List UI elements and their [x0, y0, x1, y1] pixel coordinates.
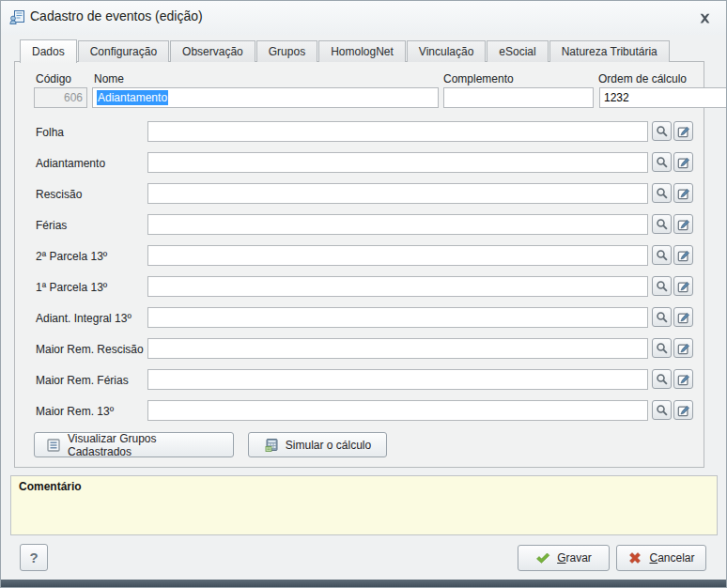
app-icon — [9, 9, 25, 25]
check-icon — [535, 550, 550, 565]
search-button[interactable] — [652, 400, 672, 420]
lookup-input-maior-rem-13[interactable] — [147, 400, 648, 421]
lookup-label: Folha — [36, 126, 64, 139]
comentario-box[interactable]: Comentário — [10, 475, 718, 535]
dialog-title: Cadastro de eventos (edição) — [30, 8, 203, 23]
tab-label: Observação — [182, 45, 243, 58]
tab-label: Natureza Tributária — [562, 45, 657, 58]
lookup-input-2a-parcela-13[interactable] — [147, 245, 648, 266]
search-button[interactable] — [652, 307, 672, 327]
tab-label: Grupos — [269, 45, 305, 58]
tab-configuracao[interactable]: Configuração — [78, 40, 169, 62]
tab-natureza-tributaria[interactable]: Natureza Tributária — [549, 40, 670, 62]
edit-button[interactable] — [673, 183, 693, 203]
help-button[interactable]: ? — [20, 544, 48, 571]
edit-button[interactable] — [673, 307, 693, 327]
edit-button[interactable] — [673, 369, 693, 389]
lookup-input-ferias[interactable] — [147, 214, 648, 235]
nome-input[interactable]: Adiantamento — [92, 87, 439, 108]
tab-label: Configuração — [90, 45, 157, 58]
lookup-label: Adiant. Integral 13º — [36, 312, 131, 325]
lookup-label: Maior Rem. Férias — [36, 374, 129, 387]
lookup-label: Rescisão — [36, 188, 82, 201]
lookup-input-adiantamento[interactable] — [147, 152, 648, 173]
edit-button[interactable] — [673, 400, 693, 420]
complemento-label: Complemento — [443, 72, 514, 85]
cancelar-button[interactable]: Cancelar — [616, 545, 706, 571]
simular-calculo-label: Simular o cálculo — [286, 439, 371, 452]
comentario-label: Comentário — [19, 480, 709, 493]
ordem-input[interactable] — [599, 87, 727, 108]
list-icon — [46, 438, 61, 453]
tab-observacao[interactable]: Observação — [170, 40, 255, 62]
tab-label: Dados — [32, 45, 65, 58]
nome-label: Nome — [94, 72, 124, 85]
cancelar-label: Cancelar — [649, 551, 694, 565]
tab-label: eSocial — [499, 45, 535, 58]
edit-button[interactable] — [673, 276, 693, 296]
tab-homolognet[interactable]: HomologNet — [318, 40, 406, 62]
tab-dados[interactable]: Dados — [20, 39, 77, 63]
lookup-input-maior-rem-ferias[interactable] — [147, 369, 648, 390]
lookup-input-rescisao[interactable] — [147, 183, 648, 204]
search-button[interactable] — [652, 214, 672, 234]
visualizar-grupos-label: Visualizar Grupos Cadastrados — [68, 432, 222, 458]
cancel-x-icon — [627, 550, 642, 565]
tab-label: HomologNet — [331, 45, 394, 58]
close-icon[interactable] — [696, 10, 713, 25]
nome-selected-text: Adiantamento — [97, 90, 168, 105]
search-button[interactable] — [652, 338, 672, 358]
search-button[interactable] — [652, 369, 672, 389]
lookup-input-adiant-integral-13[interactable] — [147, 307, 648, 328]
visualizar-grupos-button[interactable]: Visualizar Grupos Cadastrados — [34, 432, 234, 457]
title-bar: Cadastro de eventos (edição) — [1, 1, 726, 35]
search-button[interactable] — [652, 183, 672, 203]
codigo-input[interactable] — [34, 87, 87, 108]
search-button[interactable] — [652, 276, 672, 296]
search-button[interactable] — [652, 121, 672, 141]
lookup-label: Adiantamento — [36, 157, 105, 170]
edit-button[interactable] — [673, 152, 693, 172]
lookup-input-maior-rem-rescisao[interactable] — [147, 338, 648, 359]
edit-button[interactable] — [673, 121, 693, 141]
edit-button[interactable] — [673, 245, 693, 265]
window-bottom-edge — [1, 580, 726, 587]
lookup-label: Maior Rem. Rescisão — [36, 343, 144, 356]
ordem-label: Ordem de cálculo — [598, 72, 687, 85]
lookup-label: 1ª Parcela 13º — [36, 281, 107, 294]
edit-button[interactable] — [673, 338, 693, 358]
tab-bar: Dados Configuração Observação Grupos Hom… — [20, 39, 671, 62]
tab-label: Vinculação — [419, 45, 474, 58]
lookup-label: Férias — [36, 219, 67, 232]
lookup-input-folha[interactable] — [147, 121, 648, 142]
gravar-label: Gravar — [557, 551, 592, 565]
lookup-input-1a-parcela-13[interactable] — [147, 276, 648, 297]
edit-button[interactable] — [673, 214, 693, 234]
gravar-button[interactable]: Gravar — [518, 545, 610, 571]
search-button[interactable] — [652, 245, 672, 265]
tab-vinculacao[interactable]: Vinculação — [407, 40, 487, 62]
tab-grupos[interactable]: Grupos — [256, 40, 317, 62]
complemento-input[interactable] — [443, 87, 594, 108]
dialog-window: Cadastro de eventos (edição) Dados Confi… — [0, 0, 727, 588]
ordem-spinbox: ▲ ▼ — [599, 87, 697, 108]
search-button[interactable] — [652, 152, 672, 172]
tab-panel-dados: Código Nome Complemento Ordem de cálculo… — [14, 61, 704, 468]
help-label: ? — [29, 549, 38, 565]
codigo-label: Código — [36, 72, 71, 85]
lookup-label: Maior Rem. 13º — [36, 405, 114, 418]
tab-esocial[interactable]: eSocial — [487, 40, 548, 62]
simular-calculo-button[interactable]: Simular o cálculo — [248, 432, 387, 457]
calculator-icon — [264, 438, 279, 453]
lookup-label: 2ª Parcela 13º — [36, 250, 107, 263]
